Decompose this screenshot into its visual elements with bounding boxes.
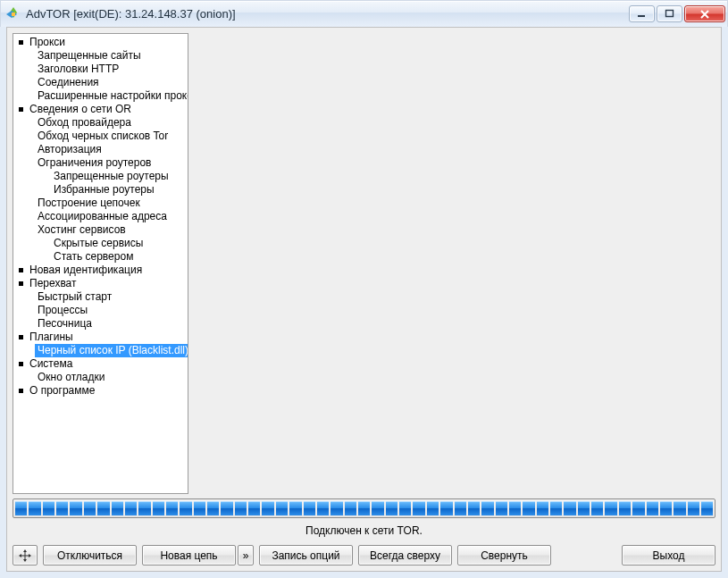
progress-segment <box>15 501 27 515</box>
tree-item-intercept[interactable]: Перехват <box>15 277 188 290</box>
tree-item-provider-bypass[interactable]: Обход провайдера <box>15 116 188 130</box>
progress-segment <box>180 501 191 515</box>
button-label: Всегда сверху <box>370 549 440 562</box>
progress-segment <box>153 501 164 515</box>
progress-segment <box>276 501 288 515</box>
progress-segment <box>660 501 672 515</box>
progress-segment <box>564 501 575 515</box>
tree-item-or-network[interactable]: Сведения о сети OR <box>15 103 188 116</box>
tree-item-connections[interactable]: Соединения <box>15 76 188 89</box>
expand-icon-button[interactable] <box>13 545 38 565</box>
progress-segment <box>97 501 109 515</box>
tree-item-plugins[interactable]: Плагины <box>15 331 188 344</box>
tree-item-fav-routers[interactable]: Избранные роутеры <box>15 183 188 197</box>
progress-segment <box>688 501 699 515</box>
nav-tree[interactable]: Прокси Запрещенные сайты Заголовки HTTP … <box>13 33 188 494</box>
progress-bar <box>13 498 715 518</box>
progress-segment <box>591 501 603 515</box>
disconnect-button[interactable]: Отключиться <box>43 545 137 565</box>
tree-item-http-headers[interactable]: Заголовки HTTP <box>15 63 188 76</box>
progress-segment <box>84 501 96 515</box>
tree-item-new-identity[interactable]: Новая идентификация <box>15 264 188 277</box>
progress-segment <box>386 501 397 515</box>
button-row: Отключиться Новая цепь » Запись опций Вс… <box>13 545 715 565</box>
progress-segment <box>235 501 247 515</box>
tree-item-proxy-advanced[interactable]: Расширенные настройки прокси <box>15 89 188 103</box>
progress-segment <box>112 501 123 515</box>
tree-item-sandbox[interactable]: Песочница <box>15 317 188 331</box>
tree-item-processes[interactable]: Процессы <box>15 304 188 317</box>
progress-segment <box>578 501 590 515</box>
tree-item-about[interactable]: О программе <box>15 384 188 398</box>
new-chain-menu-button[interactable]: » <box>238 545 254 565</box>
progress-segment <box>166 501 178 515</box>
progress-segment <box>550 501 562 515</box>
progress-segment <box>372 501 383 515</box>
button-label: Выход <box>653 549 685 562</box>
svg-rect-3 <box>638 15 645 17</box>
svg-rect-2 <box>12 13 15 16</box>
tree-item-chain-build[interactable]: Построение цепочек <box>15 197 188 210</box>
button-label: Отключиться <box>57 549 122 562</box>
chevron-right-icon: » <box>243 549 249 562</box>
tree-item-auth[interactable]: Авторизация <box>15 143 188 156</box>
exit-button[interactable]: Выход <box>622 545 715 565</box>
progress-segment <box>413 501 424 515</box>
progress-segment <box>537 501 548 515</box>
button-label: Свернуть <box>481 549 528 562</box>
progress-segment <box>647 501 658 515</box>
svg-rect-4 <box>666 11 674 17</box>
progress-segment <box>496 501 507 515</box>
tree-item-tor-blacklist-bypass[interactable]: Обход черных списков Tor <box>15 130 188 143</box>
app-icon <box>6 7 21 21</box>
progress-segment <box>468 501 480 515</box>
tree-item-banned-routers[interactable]: Запрещенные роутеры <box>15 170 188 183</box>
progress-segment <box>262 501 273 515</box>
progress-segment <box>632 501 644 515</box>
tree-item-assoc-addr[interactable]: Ассоциированные адреса <box>15 210 188 223</box>
tree-item-system[interactable]: Система <box>15 357 188 371</box>
minimize-window-button[interactable] <box>629 5 655 22</box>
tree-item-hosting[interactable]: Хостинг сервисов <box>15 223 188 237</box>
tree-item-become-server[interactable]: Стать сервером <box>15 250 188 264</box>
button-label: Запись опций <box>272 549 339 562</box>
close-window-button[interactable] <box>684 5 725 22</box>
progress-segment <box>427 501 439 515</box>
tree-item-banned-sites[interactable]: Запрещенные сайты <box>15 49 188 63</box>
progress-segment <box>138 501 150 515</box>
progress-segment <box>304 501 315 515</box>
progress-segment <box>619 501 631 515</box>
progress-segment <box>70 501 81 515</box>
progress-segment <box>481 501 493 515</box>
titlebar[interactable]: AdvTOR [exit(DE): 31.24.148.37 (onion)] <box>0 0 728 27</box>
new-chain-button[interactable]: Новая цепь <box>142 545 236 565</box>
progress-segment <box>29 501 40 515</box>
progress-segment <box>509 501 521 515</box>
progress-segment <box>605 501 616 515</box>
progress-segment <box>523 501 534 515</box>
save-options-button[interactable]: Запись опций <box>259 545 353 565</box>
progress-segment <box>221 501 232 515</box>
progress-segment <box>317 501 329 515</box>
progress-segment <box>345 501 356 515</box>
progress-segment <box>701 501 713 515</box>
content-pane <box>194 33 715 494</box>
progress-segment <box>331 501 342 515</box>
progress-segment <box>248 501 260 515</box>
maximize-window-button[interactable] <box>657 5 682 22</box>
tree-item-debug-window[interactable]: Окно отладки <box>15 371 188 384</box>
always-on-top-button[interactable]: Всегда сверху <box>358 545 452 565</box>
progress-segment <box>43 501 54 515</box>
tree-item-quickstart[interactable]: Быстрый старт <box>15 290 188 304</box>
window-title: AdvTOR [exit(DE): 31.24.148.37 (onion)] <box>26 7 236 21</box>
tree-item-proxy[interactable]: Прокси <box>15 36 188 49</box>
tree-item-ip-blacklist[interactable]: Черный список IP (Blacklist.dll) <box>15 344 188 357</box>
tree-item-hidden-services[interactable]: Скрытые сервисы <box>15 237 188 250</box>
status-text: Подключен к сети TOR. <box>13 523 715 540</box>
progress-segment <box>207 501 219 515</box>
progress-segment <box>358 501 370 515</box>
minimize-button[interactable]: Свернуть <box>457 545 551 565</box>
progress-segment <box>440 501 452 515</box>
progress-segment <box>194 501 205 515</box>
tree-item-router-limits[interactable]: Ограничения роутеров <box>15 156 188 170</box>
